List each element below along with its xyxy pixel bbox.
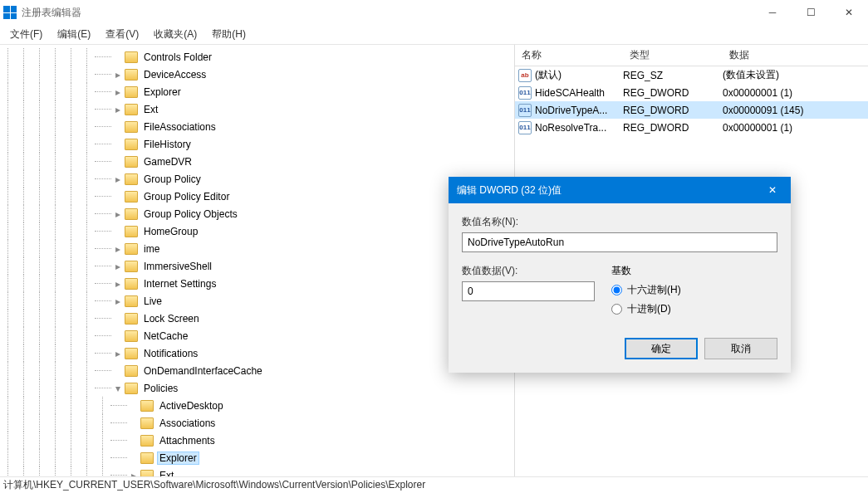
tree-item[interactable]: ▸DeviceAccess (0, 66, 514, 83)
tree-item[interactable]: Explorer (0, 449, 514, 466)
tree-label[interactable]: Controls Folder (141, 51, 214, 64)
menu-file[interactable]: 文件(F) (3, 26, 49, 43)
tree-view[interactable]: Controls Folder▸DeviceAccess▸Explorer▸Ex… (0, 45, 515, 476)
ok-button[interactable]: 确定 (625, 338, 698, 359)
folder-icon (125, 51, 138, 63)
tree-label[interactable]: ImmersiveShell (141, 260, 214, 273)
tree-label[interactable]: NetCache (141, 329, 190, 343)
list-row[interactable]: 011NoDriveTypeA...REG_DWORD0x00000091 (1… (515, 101, 868, 119)
tree-label[interactable]: Live (141, 295, 164, 308)
expand-icon[interactable]: ▸ (113, 349, 123, 359)
tree-label[interactable]: Ext (157, 469, 176, 477)
expand-icon[interactable]: ▸ (113, 105, 123, 115)
dialog-close-button[interactable]: ✕ (753, 177, 791, 203)
menu-view[interactable]: 查看(V) (99, 26, 145, 43)
tree-label[interactable]: FileAssociations (141, 120, 218, 134)
tree-item[interactable]: ▸Group Policy Objects (0, 205, 514, 222)
folder-icon (125, 348, 138, 359)
tree-item[interactable]: ▸ime (0, 240, 514, 257)
tree-item[interactable]: ▸Notifications (0, 344, 514, 362)
tree-label[interactable]: Group Policy Objects (141, 207, 240, 221)
menu-edit[interactable]: 编辑(E) (51, 26, 97, 43)
folder-icon (140, 435, 154, 447)
tree-item[interactable]: FileHistory (0, 135, 514, 153)
tree-label[interactable]: Notifications (141, 347, 200, 360)
list-row[interactable]: ab(默认)REG_SZ(数值未设置) (515, 66, 868, 84)
expand-icon[interactable]: ▸ (113, 244, 123, 254)
tree-label[interactable]: Ext (141, 103, 160, 116)
expand-icon[interactable]: ▸ (129, 471, 139, 477)
tree-label[interactable]: Attachments (157, 434, 218, 447)
tree-item[interactable]: ▸Live (0, 292, 514, 310)
tree-label[interactable]: Associations (157, 417, 218, 430)
tree-label[interactable]: HomeGroup (141, 225, 200, 238)
value-data: 0x00000091 (145) (723, 105, 868, 116)
tree-label[interactable]: ActiveDesktop (157, 399, 226, 412)
tree-label[interactable]: Group Policy Editor (141, 190, 232, 203)
value-dw-icon: 011 (518, 104, 532, 117)
close-button[interactable]: ✕ (830, 0, 868, 25)
tree-label[interactable]: Internet Settings (141, 277, 218, 290)
status-bar: 计算机\HKEY_CURRENT_USER\Software\Microsoft… (0, 476, 868, 493)
value-sz-icon: ab (518, 69, 532, 82)
expand-icon[interactable]: ▸ (113, 174, 123, 184)
tree-item[interactable]: OnDemandInterfaceCache (0, 362, 514, 379)
list-row[interactable]: 011NoResolveTra...REG_DWORD0x00000001 (1… (515, 119, 868, 136)
folder-icon (125, 295, 138, 307)
tree-item[interactable]: ▸Internet Settings (0, 275, 514, 292)
folder-icon (125, 208, 138, 220)
tree-item[interactable]: Attachments (0, 432, 514, 449)
radio-dec[interactable]: 十进制(D) (611, 302, 681, 316)
folder-icon (125, 365, 138, 377)
tree-item[interactable]: ▸ImmersiveShell (0, 257, 514, 275)
expand-icon[interactable]: ▸ (113, 70, 123, 80)
expand-icon[interactable]: ▸ (113, 296, 123, 306)
tree-label[interactable]: Lock Screen (141, 312, 202, 325)
tree-label[interactable]: Explorer (141, 85, 184, 99)
expand-icon[interactable]: ▸ (113, 261, 123, 271)
tree-item[interactable]: Group Policy Editor (0, 188, 514, 205)
tree-label[interactable]: FileHistory (141, 138, 194, 151)
menu-help[interactable]: 帮助(H) (205, 26, 253, 43)
tree-item[interactable]: ▸Ext (0, 100, 514, 118)
tree-label[interactable]: OnDemandInterfaceCache (141, 364, 265, 378)
expand-icon[interactable]: ▸ (113, 209, 123, 219)
cancel-button[interactable]: 取消 (704, 338, 777, 359)
list-row[interactable]: 011HideSCAHealthREG_DWORD0x00000001 (1) (515, 84, 868, 101)
tree-item[interactable]: ▾Policies (0, 379, 514, 397)
folder-icon (125, 313, 138, 325)
tree-label[interactable]: DeviceAccess (141, 68, 208, 81)
value-name-input[interactable] (462, 232, 777, 252)
tree-item[interactable]: ▸Explorer (0, 83, 514, 100)
tree-item[interactable]: ▸Ext (0, 466, 514, 476)
col-data[interactable]: 数据 (723, 48, 868, 62)
tree-label[interactable]: Group Policy (141, 173, 204, 186)
tree-item[interactable]: Controls Folder (0, 48, 514, 66)
tree-item[interactable]: FileAssociations (0, 118, 514, 135)
tree-label[interactable]: Explorer (157, 452, 199, 465)
tree-item[interactable]: HomeGroup (0, 222, 514, 240)
value-data-input[interactable] (462, 281, 595, 301)
menu-favorites[interactable]: 收藏夹(A) (147, 26, 204, 43)
tree-item[interactable]: ▸Group Policy (0, 170, 514, 188)
folder-icon (125, 86, 138, 98)
folder-icon (140, 452, 154, 464)
tree-item[interactable]: GameDVR (0, 153, 514, 170)
maximize-button[interactable]: ☐ (792, 0, 830, 25)
tree-item[interactable]: Lock Screen (0, 310, 514, 327)
tree-label[interactable]: ime (141, 242, 162, 256)
tree-label[interactable]: Policies (141, 382, 180, 395)
col-type[interactable]: 类型 (623, 48, 723, 62)
minimize-button[interactable]: ─ (753, 0, 792, 25)
col-name[interactable]: 名称 (515, 48, 623, 62)
radio-hex[interactable]: 十六进制(H) (611, 283, 681, 297)
folder-icon (125, 139, 138, 150)
collapse-icon[interactable]: ▾ (113, 383, 123, 393)
expand-icon[interactable]: ▸ (113, 87, 123, 97)
tree-label[interactable]: GameDVR (141, 155, 194, 168)
tree-item[interactable]: NetCache (0, 327, 514, 344)
dialog-title-bar[interactable]: 编辑 DWORD (32 位)值 ✕ (449, 177, 791, 203)
tree-item[interactable]: ActiveDesktop (0, 397, 514, 414)
expand-icon[interactable]: ▸ (113, 279, 123, 289)
tree-item[interactable]: Associations (0, 414, 514, 432)
